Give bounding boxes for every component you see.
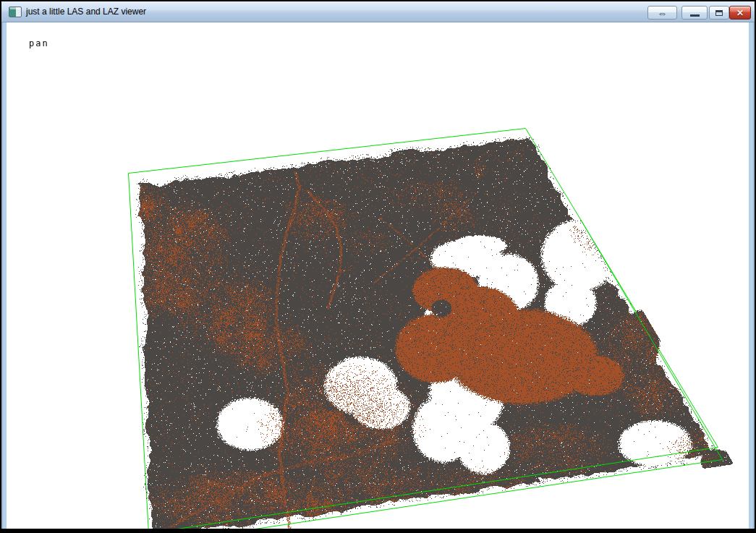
gl-viewport[interactable]: pan — [7, 22, 749, 529]
minimize-icon — [690, 14, 700, 17]
maximize-button[interactable] — [709, 6, 729, 20]
close-button[interactable]: ✕ — [729, 6, 751, 20]
close-icon: ✕ — [736, 9, 744, 17]
app-window: just a little LAS and LAZ viewer ⇔ ✕ pan — [1, 1, 755, 529]
screen: just a little LAS and LAZ viewer ⇔ ✕ pan — [0, 0, 756, 533]
resize-border-left[interactable] — [1, 22, 7, 529]
window-title: just a little LAS and LAZ viewer — [26, 1, 146, 22]
maximize-icon — [715, 10, 723, 16]
pointcloud-canvas[interactable] — [7, 22, 749, 529]
resize-horizontal-button[interactable]: ⇔ — [647, 6, 677, 20]
window-body: pan — [1, 22, 755, 529]
resize-horizontal-icon: ⇔ — [658, 8, 668, 18]
minimize-button[interactable] — [681, 6, 708, 20]
resize-border-right[interactable] — [749, 22, 755, 529]
pan-mode-label: pan — [29, 38, 49, 48]
titlebar[interactable]: just a little LAS and LAZ viewer ⇔ ✕ — [1, 1, 755, 22]
app-icon — [9, 7, 22, 17]
